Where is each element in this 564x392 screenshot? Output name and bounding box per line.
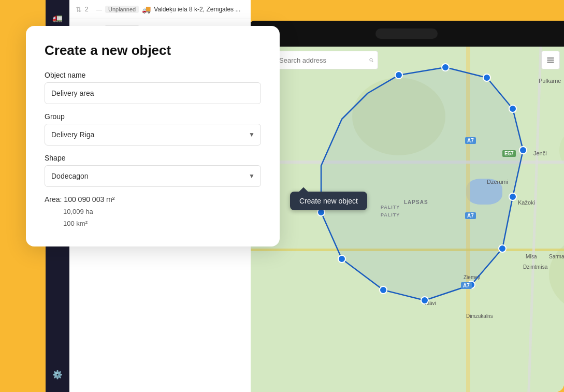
object-name-input[interactable] [45,82,261,104]
address-2: Valdeķu iela 8 k-2, Zemgales ... [154,6,244,13]
sidebar-item-settings[interactable]: ⚙️ [48,365,67,384]
create-new-object-tooltip[interactable]: Create new object [290,192,367,210]
route-item-2[interactable]: ⇅ 2 — Unplanned 🚚 Valdeķu iela 8 k-2, Ze… [69,0,251,19]
group-select[interactable]: Delivery Riga Delivery Tallinn Delivery … [45,124,261,146]
svg-point-11 [338,255,345,263]
svg-point-1 [395,71,402,79]
route-num-2: 2 [85,6,93,13]
truck-icon-2: 🚚 [142,5,151,13]
group-label: Group [45,112,261,121]
area-sub-ha: 10,009 ha [63,206,261,217]
group-select-wrapper: Delivery Riga Delivery Tallinn Delivery … [45,124,261,146]
svg-point-4 [509,105,516,112]
main-container: Pulkarne Sūnupes Jenči Mežvidi Dzerumi L… [0,0,564,392]
tablet-camera [375,28,438,39]
svg-point-2 [442,64,449,71]
tablet-area: Pulkarne Sūnupes Jenči Mežvidi Dzerumi L… [249,21,564,392]
area-main-text: Area: 100 090 003 m² [45,195,261,204]
road-label-a7-3: A7 [461,282,472,289]
svg-point-6 [509,193,516,200]
search-input[interactable] [279,56,366,64]
map-polygon-svg [249,47,564,392]
status-badge-2: Unplanned [105,6,139,13]
create-object-card: Create a new object Object name Group De… [26,26,280,246]
sort-arrows-2: ⇅ [76,5,82,13]
area-info: Area: 100 090 003 m² 10,009 ha 100 km² [45,195,261,230]
svg-point-10 [380,286,387,294]
shape-select[interactable]: Dodecagon Circle Rectangle Polygon Trian… [45,165,261,187]
hamburger-icon [546,56,555,64]
road-label-e57: E57 [502,150,516,157]
map-menu-button[interactable] [541,51,560,69]
road-label-a7-2: A7 [465,212,476,219]
svg-marker-0 [321,67,523,300]
map-search-bar[interactable] [274,51,378,69]
dash-2: — [96,6,102,12]
object-name-label: Object name [45,71,261,79]
sidebar-item-truck[interactable]: 🚛 [48,8,67,27]
svg-point-3 [483,74,490,81]
shape-select-wrapper: Dodecagon Circle Rectangle Polygon Trian… [45,165,261,187]
tablet-top-bar [249,21,564,47]
map-area: Pulkarne Sūnupes Jenči Mežvidi Dzerumi L… [249,47,564,392]
card-title: Create a new object [45,42,261,59]
area-sub-km: 100 km² [63,217,261,229]
svg-point-9 [421,297,428,304]
shape-label: Shape [45,154,261,162]
svg-line-22 [372,61,373,62]
road-label-a7-1: A7 [465,137,476,144]
search-icon [369,56,373,64]
svg-point-5 [519,147,527,154]
svg-point-7 [499,245,506,252]
